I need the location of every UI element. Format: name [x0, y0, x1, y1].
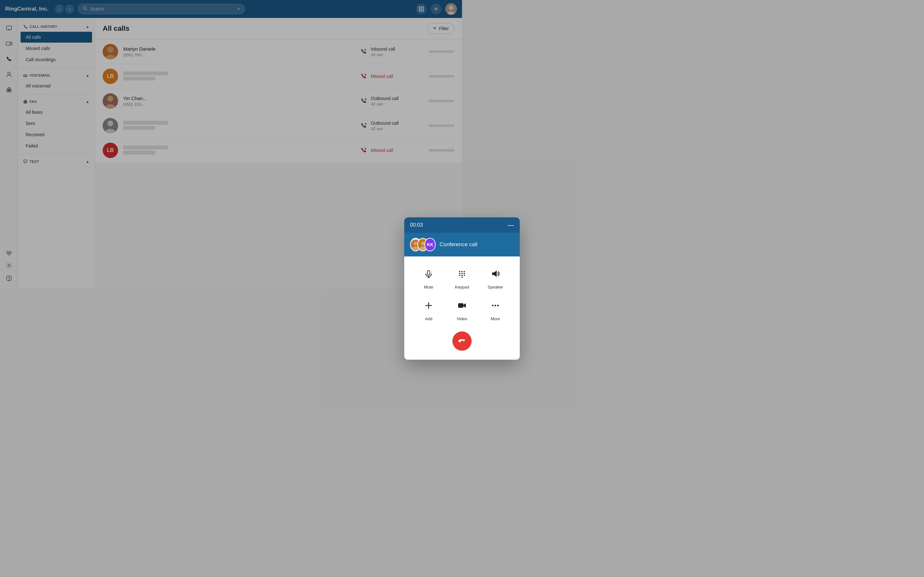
svg-point-64 — [461, 277, 462, 278]
conference-avatars: KK — [410, 238, 436, 251]
svg-point-55 — [459, 271, 460, 272]
svg-point-62 — [461, 275, 462, 276]
svg-point-47 — [414, 242, 417, 245]
modal-body: Mute Keypad — [404, 256, 462, 288]
call-timer: 00:03 — [410, 222, 423, 228]
svg-point-50 — [421, 242, 425, 245]
mute-label: Mute — [424, 285, 433, 288]
keypad-icon — [454, 266, 462, 282]
conference-label: Conference call — [439, 242, 462, 248]
conf-avatar-3: KK — [425, 238, 436, 251]
svg-rect-52 — [427, 271, 430, 275]
microphone-icon — [420, 266, 437, 282]
modal-overlay: 00:03 — — [0, 0, 462, 288]
mute-control[interactable]: Mute — [420, 266, 437, 288]
svg-point-59 — [461, 273, 462, 274]
svg-point-61 — [459, 275, 460, 276]
modal-header: 00:03 — — [404, 218, 462, 233]
conference-bar: KK Conference call — [404, 233, 462, 256]
modal-controls-row-1: Mute Keypad — [412, 266, 462, 288]
svg-point-56 — [461, 271, 462, 272]
keypad-label: Keypad — [455, 285, 462, 288]
svg-point-58 — [459, 273, 460, 274]
keypad-control[interactable]: Keypad — [454, 266, 462, 288]
conference-modal: 00:03 — — [404, 218, 462, 288]
